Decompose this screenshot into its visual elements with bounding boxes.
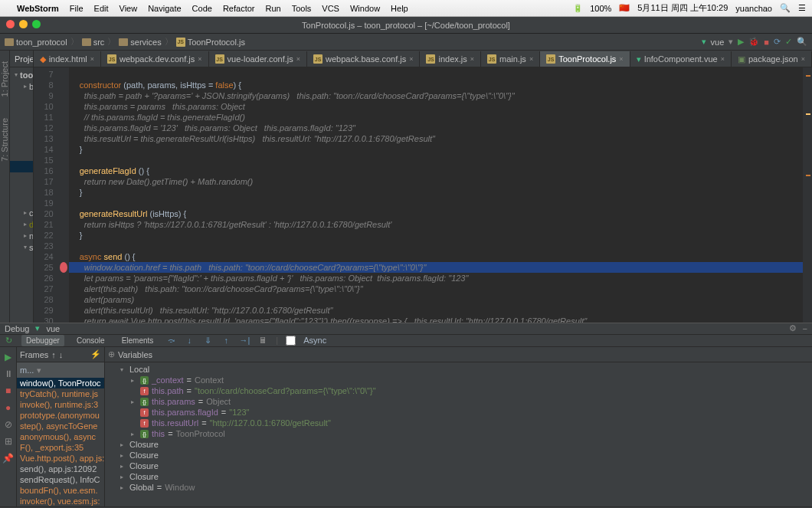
frame-row[interactable]: F(), _export.js:35 <box>17 442 104 453</box>
menu-help[interactable]: Help <box>391 4 408 13</box>
variable-row[interactable]: ▸Global = Window <box>105 482 812 493</box>
code-editor[interactable]: constructor (path, params, isHttps = fal… <box>69 67 803 323</box>
variable-row[interactable]: ▸{}this = ToonProtocol <box>105 428 812 439</box>
menu-navigate[interactable]: Navigate <box>148 4 181 13</box>
run-config-dropdown-icon[interactable]: ▾ <box>729 37 733 47</box>
frame-row[interactable]: boundFn(), vue.esm. <box>17 485 104 496</box>
window-close-button[interactable] <box>6 20 15 28</box>
step-into-icon[interactable]: ↓ <box>184 335 195 346</box>
close-icon[interactable]: × <box>198 55 201 63</box>
vcs-update-icon[interactable]: ⟳ <box>774 37 781 47</box>
pause-icon[interactable]: ⏸ <box>4 369 13 379</box>
variable-row[interactable]: ▾Local <box>105 364 812 375</box>
breakpoint-gutter[interactable] <box>58 67 69 323</box>
async-checkbox[interactable] <box>286 336 296 346</box>
frames-filter-icon[interactable]: ⚡ <box>90 349 101 359</box>
editor-tab[interactable]: JSToonProtocol.js× <box>540 51 630 67</box>
variable-row[interactable]: ▸{}_context = Context <box>105 375 812 385</box>
mac-user[interactable]: yuanchao <box>735 4 772 13</box>
crumb-root[interactable]: toon_protocol <box>5 38 67 47</box>
menu-tools[interactable]: Tools <box>292 4 312 13</box>
frame-row[interactable]: anonymous(), async <box>17 431 104 442</box>
variable-row[interactable]: ▸Closure <box>105 471 812 482</box>
editor-tab[interactable]: ▾InfoComponent.vue× <box>630 51 732 67</box>
tree-item[interactable]: ▸ assets <box>10 253 33 264</box>
frames-next-icon[interactable]: ↓ <box>59 350 64 359</box>
close-icon[interactable]: × <box>409 55 413 63</box>
mute-bp-icon[interactable]: ⊘ <box>5 419 12 430</box>
variable-row[interactable]: ▸Closure <box>105 460 812 471</box>
tree-item[interactable]: ▸ dist <box>10 218 33 230</box>
run-config-name[interactable]: vue <box>711 38 725 47</box>
tree-item[interactable]: ▸ config <box>10 207 33 218</box>
tree-item[interactable]: ▾ src <box>10 241 33 253</box>
project-tree[interactable]: ▾ toon_protocol ~/Code/toon_protocol ▸ b… <box>10 67 33 323</box>
frame-row[interactable]: prototype.(anonymou <box>17 410 104 421</box>
crumb-services[interactable]: services <box>119 38 161 47</box>
view-bp-icon[interactable]: ● <box>5 402 11 413</box>
menu-view[interactable]: View <box>120 4 138 13</box>
menu-code[interactable]: Code <box>192 4 212 13</box>
variable-row[interactable]: fthis.path = "toon://card/chooseCard?par… <box>105 385 812 396</box>
thread-select[interactable]: m... <box>20 365 34 375</box>
run-button[interactable]: ▶ <box>738 37 744 47</box>
close-icon[interactable]: × <box>90 55 94 63</box>
frames-prev-icon[interactable]: ↑ <box>51 350 56 359</box>
menu-run[interactable]: Run <box>265 4 280 13</box>
evaluate-icon[interactable]: 🖩 <box>257 335 268 346</box>
window-minimize-button[interactable] <box>19 20 28 28</box>
tree-item[interactable]: JS webpack.prod.conf.js <box>10 184 33 195</box>
tree-item[interactable]: JS dev-client.js <box>10 115 33 126</box>
tab-console[interactable]: Console <box>72 335 110 346</box>
frame-row[interactable]: step(), asyncToGene <box>17 421 104 431</box>
step-out-icon[interactable]: ↑ <box>221 335 231 346</box>
variable-row[interactable]: fthis.params.flagId = "123" <box>105 407 812 418</box>
menu-edit[interactable]: Edit <box>94 4 109 13</box>
tree-item[interactable]: JS webpack.dev.conf.js <box>10 172 33 184</box>
frame-row[interactable]: Vue.http.post(), app.js:7 <box>17 453 104 464</box>
tree-item[interactable]: JS webpack.test.conf.js <box>10 195 33 207</box>
close-icon[interactable]: × <box>296 55 300 63</box>
stop-debug-icon[interactable]: ■ <box>5 385 11 396</box>
frame-row[interactable]: sendRequest(), InfoC <box>17 474 104 485</box>
editor-tab[interactable]: JSmain.js× <box>481 51 540 67</box>
tree-item[interactable]: JS utils.js <box>10 138 33 149</box>
tree-root[interactable]: ▾ toon_protocol ~/Code/toon_protocol <box>10 69 33 80</box>
editor-tab[interactable]: JSwebpack.base.conf.js× <box>307 51 420 67</box>
frame-row[interactable]: send(), app.js:12092 <box>17 464 104 474</box>
crumb-src[interactable]: src <box>82 38 105 47</box>
debug-gear-icon[interactable]: ⚙ <box>789 323 797 333</box>
editor-tab[interactable]: JSindex.js× <box>420 51 481 67</box>
close-icon[interactable]: × <box>529 55 533 63</box>
mac-app-name[interactable]: WebStorm <box>17 4 59 13</box>
step-over-icon[interactable]: ⤼ <box>165 335 176 346</box>
spotlight-icon[interactable]: 🔍 <box>780 3 791 13</box>
tab-structure[interactable]: 7: Structure <box>0 115 9 165</box>
notif-icon[interactable]: ☰ <box>798 3 806 13</box>
debug-button[interactable]: 🐞 <box>748 37 759 47</box>
tree-item[interactable]: JS dev-server.js <box>10 126 33 138</box>
editor-tab[interactable]: ▣package.json× <box>732 51 812 67</box>
tree-item[interactable]: JS index.js <box>10 299 33 310</box>
tab-elements[interactable]: Elements <box>117 335 159 346</box>
pin-icon[interactable]: 📌 <box>2 453 14 464</box>
tree-item[interactable]: JS ToonProtocol.js <box>10 322 33 323</box>
tree-item[interactable]: JS webpack.base.conf.js <box>10 161 33 172</box>
close-icon[interactable]: × <box>619 55 623 63</box>
tree-item[interactable]: ▾ router <box>10 287 33 299</box>
rerun-icon[interactable]: ↻ <box>3 335 14 346</box>
flag-icon[interactable]: 🇨🇳 <box>619 3 630 13</box>
tree-item[interactable]: ▾ services <box>10 310 33 322</box>
tree-item[interactable]: JS vue-loader.conf.js <box>10 149 33 161</box>
tree-item[interactable]: JS build.js <box>10 92 33 103</box>
frame-list[interactable]: window(), ToonProtoctryCatch(), runtime.… <box>17 378 104 506</box>
close-icon[interactable]: × <box>470 55 474 63</box>
frame-row[interactable]: invoker(), vue.esm.js: <box>17 496 104 506</box>
tree-item[interactable]: ▸ node_modules library root <box>10 230 33 241</box>
vcs-commit-icon[interactable]: ✓ <box>785 37 792 47</box>
frame-row[interactable]: window(), ToonProtoc <box>17 378 104 388</box>
crumb-file[interactable]: JSToonProtocol.js <box>176 38 245 47</box>
menu-refactor[interactable]: Refactor <box>223 4 255 13</box>
run-to-cursor-icon[interactable]: →| <box>239 335 250 346</box>
frame-row[interactable]: tryCatch(), runtime.js <box>17 388 104 399</box>
